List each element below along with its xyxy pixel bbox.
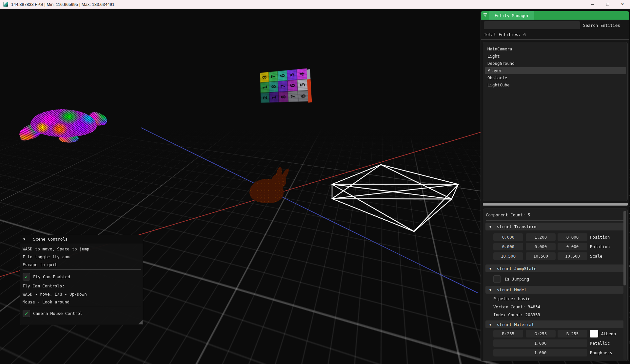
- fly-cam-checkbox[interactable]: ✓: [23, 273, 30, 281]
- close-button[interactable]: ✕: [615, 0, 630, 9]
- position-y-field[interactable]: 1.200: [526, 233, 556, 241]
- header-label: struct JumpState: [497, 266, 536, 271]
- header-label: struct Transform: [497, 224, 536, 229]
- roughness-label: Roughness: [590, 350, 612, 355]
- separator: [23, 307, 141, 307]
- header-label: struct Model: [497, 287, 526, 292]
- rotation-x-field[interactable]: 0.000: [493, 243, 523, 250]
- collapse-arrow-icon: ▼: [489, 323, 491, 326]
- hint-line: F to toggle fly cam: [23, 254, 69, 259]
- entity-list-item[interactable]: DebugGround: [485, 60, 626, 67]
- component-inspector[interactable]: Component Count: 5 ▼ struct Transform 0.…: [483, 209, 628, 361]
- rotation-z-field[interactable]: 0.000: [558, 243, 587, 250]
- entity-manager-title: Entity Manager: [495, 13, 529, 18]
- close-icon: ✕: [621, 2, 624, 7]
- header-struct-jumpstate[interactable]: ▼ struct JumpState: [485, 264, 624, 272]
- separator: [23, 269, 141, 270]
- search-input-label: Search Entities: [583, 23, 620, 28]
- entity-list-item-selected[interactable]: Player: [485, 67, 626, 74]
- scene-controls-window[interactable]: ▼ Scene Controls WASD to move, Space to …: [20, 235, 143, 325]
- separator: [481, 39, 629, 40]
- roughness-slider[interactable]: 1.000: [493, 349, 587, 356]
- maximize-icon: [606, 3, 609, 6]
- window-menu-button[interactable]: ▼: [481, 11, 489, 20]
- scale-z-field[interactable]: 10.500: [558, 252, 587, 260]
- collapse-arrow-icon: ▼: [489, 267, 491, 270]
- search-input[interactable]: [484, 21, 580, 29]
- albedo-b-field[interactable]: B:255: [558, 330, 587, 337]
- header-struct-material[interactable]: ▼ struct Material: [485, 320, 624, 328]
- scale-y-field[interactable]: 10.500: [526, 252, 556, 260]
- position-z-field[interactable]: 0.000: [558, 233, 587, 241]
- component-count-text: Component Count: 5: [486, 212, 530, 217]
- is-jumping-label[interactable]: Is Jumping: [504, 277, 529, 282]
- scale-x-field[interactable]: 10.500: [493, 252, 523, 260]
- collapse-icon: [483, 13, 487, 14]
- collapse-arrow-icon: ▼: [489, 225, 491, 228]
- total-entities-text: Total Entities: 6: [484, 32, 526, 37]
- scene-controls-title: Scene Controls: [33, 237, 68, 242]
- entity-list[interactable]: MainCamera Light DebugGround Player Obst…: [483, 42, 628, 201]
- position-x-field[interactable]: 0.000: [493, 233, 523, 241]
- rotation-label: Rotation: [590, 244, 610, 249]
- collapse-arrow-icon: ▼: [484, 15, 486, 18]
- window-title: 144.887833 FPS | Min: 116.665695 | Max: …: [11, 0, 114, 9]
- fly-cam-checkbox-label[interactable]: Fly Cam Enabled: [33, 274, 70, 279]
- header-label: struct Material: [497, 322, 534, 327]
- minimize-icon: [591, 4, 594, 5]
- index-count-text: Index Count: 208353: [493, 312, 540, 317]
- is-jumping-checkbox[interactable]: [493, 275, 501, 283]
- window-titlebar: 144.887833 FPS | Min: 116.665695 | Max: …: [0, 0, 630, 9]
- scale-label: Scale: [590, 254, 602, 259]
- app-icon: [3, 2, 8, 7]
- hint-line: Escape to quit: [23, 262, 57, 267]
- header-struct-model[interactable]: ▼ struct Model: [485, 286, 624, 294]
- minimize-button[interactable]: [585, 0, 600, 9]
- camera-mouse-checkbox[interactable]: ✓: [23, 310, 30, 317]
- entity-list-item[interactable]: LightCube: [485, 82, 626, 89]
- hint-line: WASD to move, Space to jump: [23, 246, 89, 251]
- header-struct-transform[interactable]: ▼ struct Transform: [485, 223, 624, 230]
- entity-manager-window[interactable]: ▼ Entity Manager Search Entities Total E…: [481, 11, 629, 361]
- fly-cam-line: Fly Cam Controls:: [23, 283, 65, 288]
- vertex-count-text: Vertex Count: 34834: [493, 304, 540, 309]
- rotation-y-field[interactable]: 0.000: [526, 243, 556, 250]
- resize-grip[interactable]: [138, 320, 143, 324]
- separator: [486, 220, 623, 221]
- entity-list-item[interactable]: MainCamera: [485, 46, 626, 53]
- maximize-button[interactable]: [600, 0, 615, 9]
- albedo-color-swatch[interactable]: [590, 330, 598, 337]
- fly-cam-line: WASD - Move, E/Q - Up/Down: [23, 292, 87, 297]
- scene-controls-titlebar[interactable]: ▼ Scene Controls: [20, 235, 143, 244]
- albedo-label: Albedo: [601, 331, 616, 336]
- metallic-label: Metallic: [590, 341, 610, 346]
- entity-list-item[interactable]: Obstacle: [485, 74, 626, 82]
- entity-manager-titlebar[interactable]: ▼ Entity Manager: [481, 11, 629, 20]
- albedo-g-field[interactable]: G:255: [526, 330, 556, 337]
- camera-mouse-checkbox-label[interactable]: Camera Mouse Control: [33, 311, 83, 316]
- collapse-arrow-icon[interactable]: ▼: [23, 237, 25, 241]
- collapse-arrow-icon: ▼: [489, 288, 491, 292]
- check-icon: ✓: [25, 274, 28, 280]
- tab-entity-manager[interactable]: Entity Manager: [489, 11, 534, 20]
- fly-cam-line: Mouse - Look around: [23, 300, 69, 304]
- panel-splitter[interactable]: [483, 203, 628, 206]
- scrollbar-grab[interactable]: [623, 211, 626, 285]
- metallic-slider[interactable]: 1.000: [493, 339, 587, 347]
- pipeline-text: Pipeline: basic: [493, 296, 530, 301]
- check-icon: ✓: [25, 311, 28, 316]
- albedo-r-field[interactable]: R:255: [493, 330, 523, 337]
- position-label: Position: [590, 235, 610, 240]
- entity-list-item[interactable]: Light: [485, 53, 626, 60]
